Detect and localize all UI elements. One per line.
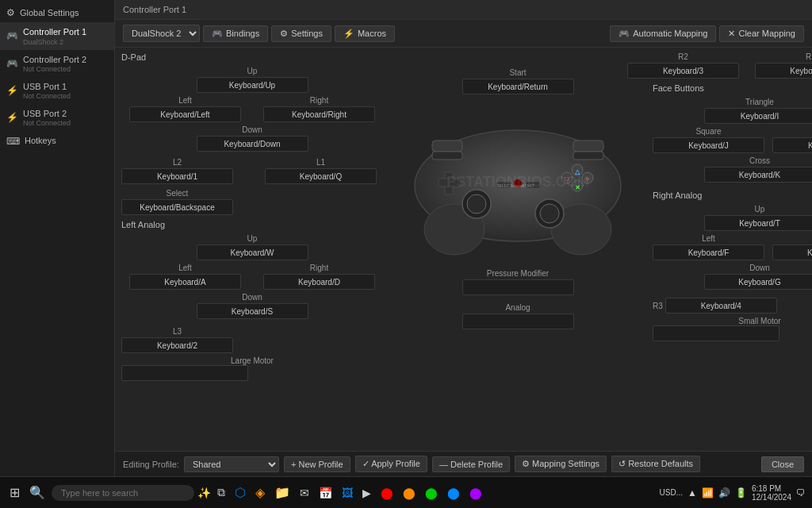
bindings-icon: 🎮 [212,29,223,39]
apply-profile-button[interactable]: ✓ Apply Profile [355,456,427,472]
right-analog-label: Right Analog [653,190,812,200]
restore-defaults-button[interactable]: ↺ Restore Defaults [611,456,700,472]
select-input[interactable] [121,199,233,215]
settings-icon: ⚙ [280,29,288,39]
lanalog-up-input[interactable] [197,244,308,260]
app2-icon[interactable]: ⬤ [400,485,419,501]
lanalog-left-label: Left [178,264,192,272]
l2-input[interactable] [121,168,233,184]
pressure-modifier-label: Pressure Modifier [487,269,549,278]
center-panel: Start [383,52,653,446]
sidebar-item-usb-port-1[interactable]: ⚡ USB Port 1 Not Connected [0,77,114,104]
small-motor-label: Small Motor [653,317,812,325]
close-button[interactable]: Close [761,456,804,472]
sidebar-label-hotkeys: Hotkeys [25,135,56,146]
pressure-modifier-input[interactable] [462,279,574,295]
macros-button[interactable]: ⚡ Macros [335,25,395,42]
svg-rect-8 [439,179,461,187]
select-label: Select [167,189,189,198]
bottom-bar: Editing Profile: Shared + New Profile ✓ … [115,451,812,476]
square-input[interactable] [653,137,764,153]
ranalog-right-input[interactable] [772,244,812,260]
l3-row: L3 [121,327,383,353]
analog-row: Analog [462,303,574,329]
delete-icon: — [439,460,448,469]
app4-icon[interactable]: ⬤ [444,485,463,501]
l3-input[interactable] [121,337,233,353]
ranalog-down-input[interactable] [704,274,813,290]
triangle-label: Triangle [745,98,774,106]
sidebar-item-usb-port-2[interactable]: ⚡ USB Port 2 Not Connected [0,104,114,131]
l1-label: L1 [316,158,325,167]
files-icon[interactable]: 📁 [271,483,293,502]
left-analog-label: Left Analog [121,220,383,229]
dpad-up-input[interactable] [197,77,308,93]
small-motor-input[interactable] [653,325,779,341]
mail-icon[interactable]: ✉ [297,485,312,501]
mapping-settings-button[interactable]: ⚙ Mapping Settings [515,456,607,472]
cross-input[interactable] [704,167,813,183]
lanalog-down-input[interactable] [197,303,308,319]
start-label: Start [509,68,526,77]
start-input[interactable] [462,79,574,94]
auto-mapping-button[interactable]: 🎮 Automatic Mapping [610,25,716,42]
dpad-down-input[interactable] [197,136,308,152]
lanalog-right-input[interactable] [263,274,375,290]
ranalog-left-input[interactable] [653,244,764,260]
triangle-input[interactable] [704,108,813,124]
r3-input[interactable] [665,298,777,314]
windows-start-icon[interactable]: ⊞ [6,483,23,502]
svg-rect-19 [573,140,603,152]
taskbar: ⊞ 🔍 ✨ ⧉ ⬡ ◈ 📁 ✉ 📅 🖼 ▶ ⬤ ⬤ ⬤ ⬤ ⬤ USD... ▲… [0,476,812,508]
search-icon[interactable]: 🔍 [26,483,48,502]
calendar-icon[interactable]: 📅 [316,485,335,501]
media-icon[interactable]: ▶ [359,485,374,501]
svg-point-6 [540,204,559,223]
app1-icon[interactable]: ⬤ [377,485,396,501]
delete-profile-button[interactable]: — Delete Profile [432,456,510,472]
macros-icon: ⚡ [343,29,354,39]
small-motor-block: Small Motor [653,317,812,341]
network-icon: 📶 [702,487,714,498]
circle-input[interactable] [772,137,812,153]
sidebar-label-usb-1: USB Port 1 [23,81,71,92]
sidebar-item-hotkeys[interactable]: ⌨ Hotkeys [0,131,114,150]
ranalog-up-input[interactable] [704,215,813,231]
sidebar-item-global-settings[interactable]: ⚙ Global Settings [0,3,114,22]
bindings-button[interactable]: 🎮 Bindings [203,25,268,42]
content-area: Controller Port 1 DualShock 2 🎮 Bindings… [115,0,812,476]
lanalog-left-input[interactable] [129,274,241,290]
system-tray-icon: ▲ [688,487,697,498]
profile-select[interactable]: Shared [184,456,279,472]
sidebar-item-controller-port-1[interactable]: 🎮 Controller Port 1 DualShock 2 [0,22,114,49]
right-analog-section: Right Analog Up Left [653,190,812,290]
dpad-right-input[interactable] [263,106,375,122]
lanalog-down-block: Down [197,293,308,319]
r1-input[interactable] [755,63,812,79]
new-profile-button[interactable]: + New Profile [284,456,350,472]
browser-1-icon[interactable]: ⬡ [232,483,249,502]
date: 12/14/2024 [752,493,791,502]
photos-icon[interactable]: 🖼 [339,485,356,501]
l1-input[interactable] [265,168,377,184]
dpad-left-block: Left [129,96,241,122]
task-view-icon[interactable]: ⧉ [214,484,228,501]
controller-type-select[interactable]: DualShock 2 [123,25,200,42]
center-bottom-row: Pressure Modifier [462,269,574,295]
app3-icon[interactable]: ⬤ [422,485,441,501]
l1-block: L1 [265,158,377,184]
dpad-up-block: Up [197,67,308,93]
settings-button[interactable]: ⚙ Settings [271,25,331,42]
dpad-left-input[interactable] [129,106,241,122]
browser-2-icon[interactable]: ◈ [252,483,268,502]
taskbar-search-input[interactable] [52,485,194,501]
window-title: Controller Port 1 [115,0,812,20]
app5-icon[interactable]: ⬤ [466,485,485,501]
analog-input[interactable] [462,314,574,329]
sidebar-item-controller-port-2[interactable]: 🎮 Controller Port 2 Not Connected [0,50,114,77]
clear-mapping-button[interactable]: ✕ Clear Mapping [719,25,804,42]
sidebar-sublabel-usb-2: Not Connected [23,119,71,127]
large-motor-input[interactable] [121,365,248,381]
clock: 6:18 PM 12/14/2024 [752,484,791,502]
ranalog-left-block: Left [653,234,764,260]
